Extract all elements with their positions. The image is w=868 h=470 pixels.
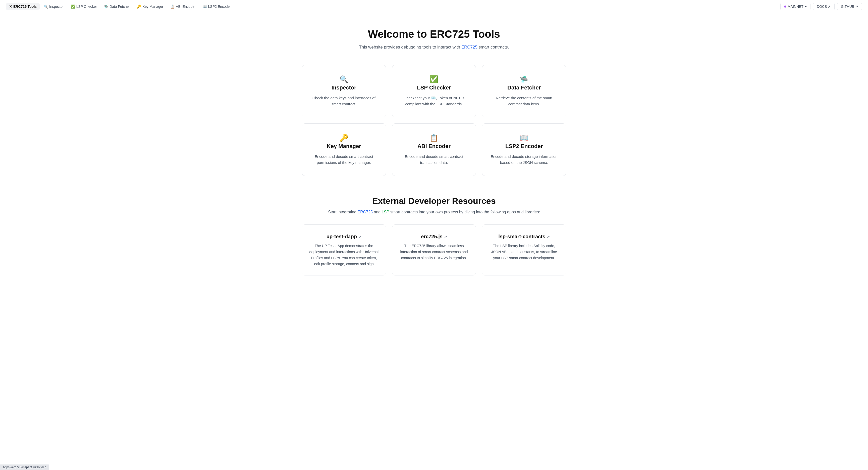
network-label: MAINNET bbox=[787, 4, 803, 8]
chevron-down-icon: ▾ bbox=[805, 4, 807, 8]
network-selector[interactable]: MAINNET ▾ bbox=[780, 3, 810, 10]
lsp-smart-contracts-arrow-icon: ↗ bbox=[547, 235, 550, 239]
key-manager-nav-label: Key Manager bbox=[143, 4, 163, 8]
key-manager-card-desc: Encode and decode smart contract permiss… bbox=[310, 153, 378, 166]
ext-erc725-link[interactable]: ERC725 bbox=[358, 210, 373, 214]
key-manager-card[interactable]: 🔑 Key Manager Encode and decode smart co… bbox=[302, 123, 386, 176]
lsp-smart-contracts-card[interactable]: lsp-smart-contracts ↗ The LSP library in… bbox=[482, 225, 566, 275]
brand-icon: ✖ bbox=[9, 4, 12, 8]
up-test-dapp-desc: The UP Test dApp demonstrates the deploy… bbox=[309, 243, 379, 267]
lsp-checker-card-icon: ✅ bbox=[400, 75, 468, 83]
lsp2-encoder-nav-icon: 📖 bbox=[203, 4, 207, 8]
nav-right: MAINNET ▾ DOCS ↗ GITHUB ↗ bbox=[780, 3, 862, 10]
external-resources-desc: Start integrating ERC725 and LSP smart c… bbox=[302, 210, 566, 214]
ext-desc-and: and bbox=[373, 210, 382, 214]
hero-title: Welcome to ERC725 Tools bbox=[302, 28, 566, 40]
erc725js-title: erc725.js ↗ bbox=[399, 234, 469, 239]
lsp-checker-card-title: LSP Checker bbox=[400, 84, 468, 91]
abi-encoder-card-icon: 📋 bbox=[400, 134, 468, 142]
hero-desc: This website provides debugging tools to… bbox=[302, 45, 566, 50]
lsp-smart-contracts-desc: The LSP library includes Solidity code, … bbox=[489, 243, 559, 261]
hero-desc-before: This website provides debugging tools to… bbox=[359, 45, 461, 50]
lsp-smart-contracts-title: lsp-smart-contracts ↗ bbox=[489, 234, 559, 239]
abi-encoder-card-title: ABI Encoder bbox=[400, 143, 468, 150]
up-test-dapp-title: up-test-dapp ↗ bbox=[309, 234, 379, 239]
data-fetcher-card-icon: 🛸 bbox=[490, 75, 558, 83]
data-fetcher-nav-icon: 🛸 bbox=[104, 4, 108, 8]
lsp-checker-nav-label: LSP Checker bbox=[76, 4, 97, 8]
inspector-nav-label: Inspector bbox=[49, 4, 64, 8]
docs-button[interactable]: DOCS ↗ bbox=[813, 3, 835, 10]
data-fetcher-card-desc: Retrieve the contents of the smart contr… bbox=[490, 95, 558, 107]
lsp-checker-nav-icon: ✅ bbox=[71, 4, 75, 8]
external-cards-grid: up-test-dapp ↗ The UP Test dApp demonstr… bbox=[302, 225, 566, 275]
erc725js-desc: The ERC725 library allows seamless inter… bbox=[399, 243, 469, 261]
github-button[interactable]: GITHUB ↗ bbox=[837, 3, 862, 10]
up-test-dapp-arrow-icon: ↗ bbox=[359, 235, 362, 239]
ext-desc-before: Start integrating bbox=[328, 210, 358, 214]
erc725js-arrow-icon: ↗ bbox=[444, 235, 447, 239]
lsp-checker-card-desc: Check that your 🪪, Token or NFT is compl… bbox=[400, 95, 468, 107]
github-label: GITHUB ↗ bbox=[841, 4, 858, 8]
lsp2-encoder-card-title: LSP2 Encoder bbox=[490, 143, 558, 150]
nav-item-lsp2-encoder[interactable]: 📖 LSP2 Encoder bbox=[200, 3, 234, 10]
up-test-dapp-card[interactable]: up-test-dapp ↗ The UP Test dApp demonstr… bbox=[302, 225, 386, 275]
nav-item-key-manager[interactable]: 🔑 Key Manager bbox=[134, 3, 166, 10]
lsp2-encoder-card-icon: 📖 bbox=[490, 134, 558, 142]
nav-left: ✖ ERC725 Tools 🔍 Inspector ✅ LSP Checker… bbox=[6, 3, 780, 10]
external-resources-section: External Developer Resources Start integ… bbox=[302, 196, 566, 275]
main-content: Welcome to ERC725 Tools This website pro… bbox=[296, 13, 572, 296]
nav-item-lsp-checker[interactable]: ✅ LSP Checker bbox=[68, 3, 100, 10]
navbar: ✖ ERC725 Tools 🔍 Inspector ✅ LSP Checker… bbox=[0, 0, 868, 13]
nav-brand[interactable]: ✖ ERC725 Tools bbox=[6, 3, 40, 10]
abi-encoder-card[interactable]: 📋 ABI Encoder Encode and decode smart co… bbox=[392, 123, 476, 176]
external-resources-title: External Developer Resources bbox=[302, 196, 566, 206]
brand-label: ERC725 Tools bbox=[13, 4, 37, 8]
ext-lsp-link[interactable]: LSP bbox=[382, 210, 389, 214]
lsp2-encoder-card[interactable]: 📖 LSP2 Encoder Encode and decode storage… bbox=[482, 123, 566, 176]
nav-item-data-fetcher[interactable]: 🛸 Data Fetcher bbox=[101, 3, 133, 10]
data-fetcher-card[interactable]: 🛸 Data Fetcher Retrieve the contents of … bbox=[482, 65, 566, 117]
network-status-dot bbox=[784, 5, 786, 7]
lsp-checker-card[interactable]: ✅ LSP Checker Check that your 🪪, Token o… bbox=[392, 65, 476, 117]
docs-label: DOCS ↗ bbox=[817, 4, 831, 8]
inspector-card-icon: 🔍 bbox=[310, 75, 378, 83]
data-fetcher-nav-label: Data Fetcher bbox=[110, 4, 130, 8]
ext-desc-after: smart contracts into your own projects b… bbox=[389, 210, 540, 214]
erc725js-card[interactable]: erc725.js ↗ The ERC725 library allows se… bbox=[392, 225, 476, 275]
inspector-nav-icon: 🔍 bbox=[44, 4, 48, 8]
abi-encoder-nav-icon: 📋 bbox=[170, 4, 175, 8]
lsp2-encoder-nav-label: LSP2 Encoder bbox=[208, 4, 231, 8]
key-manager-nav-icon: 🔑 bbox=[137, 4, 141, 8]
key-manager-card-title: Key Manager bbox=[310, 143, 378, 150]
hero-section: Welcome to ERC725 Tools This website pro… bbox=[302, 28, 566, 50]
tool-cards-grid: 🔍 Inspector Check the data keys and inte… bbox=[302, 65, 566, 176]
abi-encoder-card-desc: Encode and decode smart contract transac… bbox=[400, 153, 468, 166]
inspector-card-title: Inspector bbox=[310, 84, 378, 91]
nav-item-inspector[interactable]: 🔍 Inspector bbox=[41, 3, 67, 10]
inspector-card-desc: Check the data keys and interfaces of sm… bbox=[310, 95, 378, 107]
hero-desc-after: smart contracts. bbox=[477, 45, 509, 50]
hero-erc725-link[interactable]: ERC725 bbox=[461, 45, 477, 50]
nav-item-abi-encoder[interactable]: 📋 ABI Encoder bbox=[167, 3, 199, 10]
inspector-card[interactable]: 🔍 Inspector Check the data keys and inte… bbox=[302, 65, 386, 117]
data-fetcher-card-title: Data Fetcher bbox=[490, 84, 558, 91]
key-manager-card-icon: 🔑 bbox=[310, 134, 378, 142]
abi-encoder-nav-label: ABI Encoder bbox=[176, 4, 196, 8]
lsp2-encoder-card-desc: Encode and decode storage information ba… bbox=[490, 153, 558, 166]
